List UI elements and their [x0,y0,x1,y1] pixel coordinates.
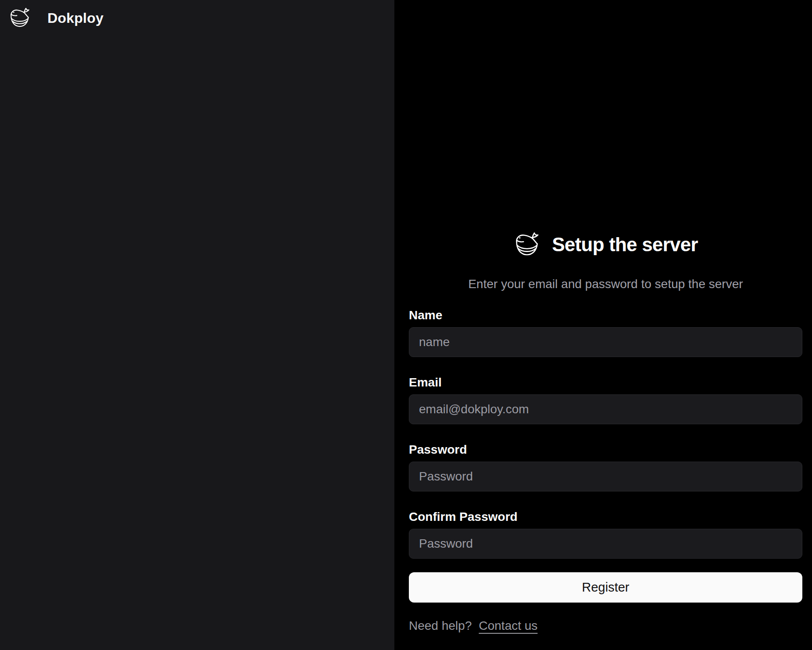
password-input[interactable] [409,462,802,491]
password-label: Password [409,442,802,458]
whale-icon [513,231,541,258]
whale-icon [9,7,31,29]
form-group-name: Name [409,307,802,357]
brand-name: Dokploy [47,10,104,26]
form-group-email: Email [409,375,802,424]
page-subtitle: Enter your email and password to setup t… [409,277,802,292]
register-button[interactable]: Register [409,572,802,603]
page-title: Setup the server [552,234,698,256]
name-input[interactable] [409,327,802,357]
contact-us-link[interactable]: Contact us [479,618,538,633]
name-label: Name [409,307,802,323]
confirm-password-label: Confirm Password [409,509,802,525]
setup-content: Setup the server Enter your email and pa… [409,0,802,633]
brand: Dokploy [0,0,394,29]
setup-form: Name Email Password Confirm Password Reg… [409,307,802,603]
confirm-password-input[interactable] [409,529,802,559]
help-text: Need help? [409,618,472,633]
email-label: Email [409,375,802,390]
setup-header: Setup the server [409,231,802,258]
email-input[interactable] [409,394,802,424]
setup-panel: Setup the server Enter your email and pa… [394,0,812,650]
help-footer: Need help? Contact us [409,618,802,633]
left-panel: Dokploy [0,0,394,650]
form-group-confirm-password: Confirm Password [409,509,802,559]
form-group-password: Password [409,442,802,491]
